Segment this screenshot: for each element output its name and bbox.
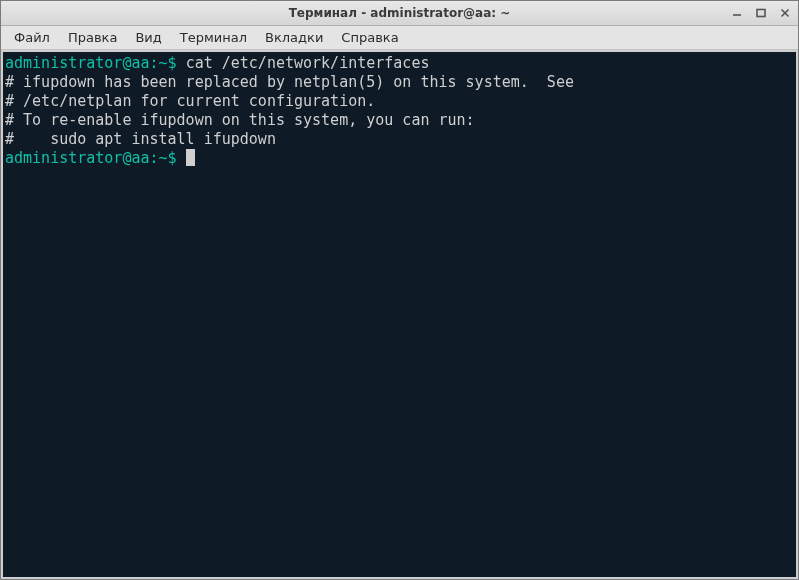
menu-view[interactable]: Вид <box>126 27 170 48</box>
output-line: # sudo apt install ifupdown <box>5 130 794 149</box>
window-title: Терминал - administrator@aa: ~ <box>1 6 798 20</box>
cursor <box>186 149 195 166</box>
minimize-button[interactable] <box>730 6 744 20</box>
menu-tabs[interactable]: Вкладки <box>256 27 332 48</box>
menu-help[interactable]: Справка <box>332 27 407 48</box>
command-text: cat /etc/network/interfaces <box>186 54 430 72</box>
output-line: # /etc/netplan for current configuration… <box>5 92 794 111</box>
prompt-line-1: administrator@aa:~$ cat /etc/network/int… <box>5 54 794 73</box>
window-controls <box>730 6 792 20</box>
close-button[interactable] <box>778 6 792 20</box>
prompt: administrator@aa:~$ <box>5 149 177 167</box>
menu-file[interactable]: Файл <box>5 27 59 48</box>
output-line: # ifupdown has been replaced by netplan(… <box>5 73 794 92</box>
output-line: # To re-enable ifupdown on this system, … <box>5 111 794 130</box>
svg-rect-1 <box>757 10 765 17</box>
menubar: Файл Правка Вид Терминал Вкладки Справка <box>1 26 798 50</box>
menu-edit[interactable]: Правка <box>59 27 126 48</box>
terminal-window: Терминал - administrator@aa: ~ Файл Прав… <box>0 0 799 580</box>
menu-terminal[interactable]: Терминал <box>171 27 256 48</box>
maximize-button[interactable] <box>754 6 768 20</box>
prompt: administrator@aa:~$ <box>5 54 177 72</box>
titlebar[interactable]: Терминал - administrator@aa: ~ <box>1 1 798 26</box>
prompt-line-2: administrator@aa:~$ <box>5 149 794 168</box>
terminal-viewport[interactable]: administrator@aa:~$ cat /etc/network/int… <box>3 52 796 577</box>
